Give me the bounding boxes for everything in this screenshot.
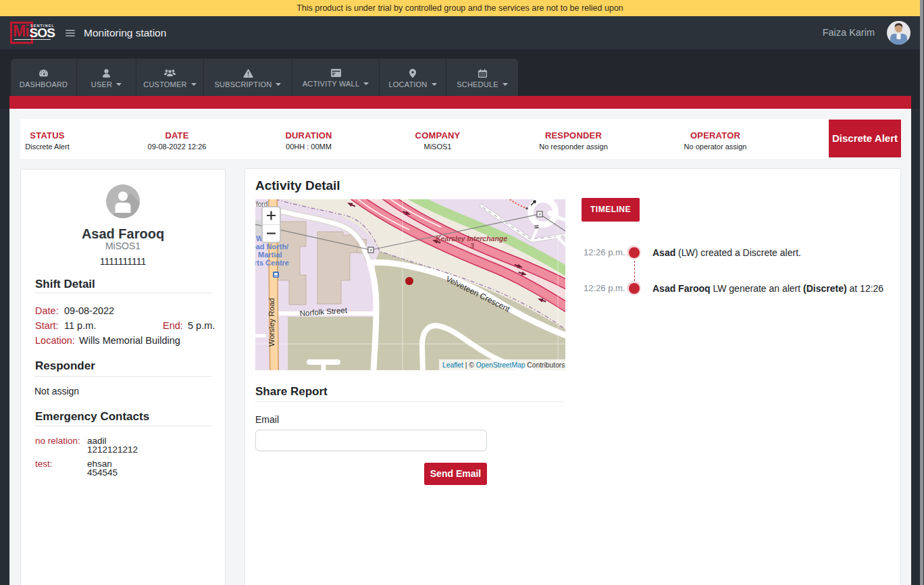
svg-text:Worsley Road: Worsley Road <box>267 298 276 347</box>
svg-text:Leaflet | © OpenStreetMap Cont: Leaflet | © OpenStreetMap Contributors <box>442 361 565 369</box>
svg-text:3: 3 <box>470 242 474 250</box>
svg-text:rts Centre: rts Centre <box>255 259 289 267</box>
svg-text:oad North/: oad North/ <box>255 243 288 251</box>
svg-text:Martial: Martial <box>258 251 282 259</box>
